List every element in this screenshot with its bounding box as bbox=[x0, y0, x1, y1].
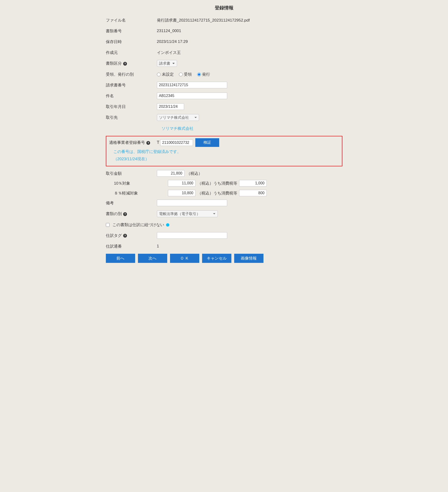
help-icon[interactable]: ? bbox=[123, 234, 127, 237]
tax-incl-etc-label-2: （税込）うち消費税等 bbox=[197, 190, 237, 196]
invoice-number-label: 請求書番号 bbox=[106, 82, 157, 88]
amount-label: 取引金額 bbox=[106, 171, 157, 176]
notes-label: 備考 bbox=[106, 200, 157, 206]
radio-unset[interactable] bbox=[157, 73, 161, 76]
transaction-date-input[interactable] bbox=[157, 103, 184, 110]
doc-number-label: 書類番号 bbox=[106, 28, 157, 34]
client-link[interactable]: ソリマチ株式会社 bbox=[162, 126, 193, 131]
notes-input[interactable] bbox=[157, 200, 227, 206]
no-link-label[interactable]: この書類は仕訳に紐づけない bbox=[106, 222, 169, 227]
doc-number-value: 231124_0001 bbox=[157, 29, 342, 33]
amount-total-input[interactable] bbox=[157, 170, 184, 177]
page-title: 登録情報 bbox=[106, 5, 342, 11]
tag-input[interactable] bbox=[157, 232, 227, 239]
reg-number-input[interactable] bbox=[160, 139, 193, 146]
doc-type-label: 書類区分 ? bbox=[106, 61, 157, 66]
radio-unset-label[interactable]: 未設定 bbox=[157, 72, 174, 77]
subject-input[interactable] bbox=[157, 92, 227, 99]
blue-dot-icon bbox=[166, 223, 169, 226]
doc-category-label: 書類の別 ? bbox=[106, 211, 157, 216]
amount-8-input[interactable] bbox=[168, 190, 195, 196]
tax-incl-etc-label-1: （税込）うち消費税等 bbox=[197, 181, 237, 186]
image-info-button[interactable]: 画像情報 bbox=[234, 254, 264, 263]
reg-number-highlight-box: 適格事業者登録番号 ? T 検証 この番号は、国税庁に登録済みです。 （2023… bbox=[106, 136, 342, 166]
tax-10-input[interactable] bbox=[239, 180, 267, 186]
help-icon[interactable]: ? bbox=[123, 212, 127, 216]
t-prefix: T bbox=[157, 140, 160, 145]
tag-label: 仕訳タグ ? bbox=[106, 233, 157, 238]
prev-button[interactable]: 前へ bbox=[106, 254, 135, 263]
next-button[interactable]: 次へ bbox=[138, 254, 167, 263]
reg-status-text: この番号は、国税庁に登録済みです。 （2023/11/24現在） bbox=[113, 148, 339, 163]
saved-at-label: 保存日時 bbox=[106, 39, 157, 44]
created-by-label: 作成元 bbox=[106, 50, 157, 55]
ok-button[interactable]: Ｏ Ｋ bbox=[170, 254, 199, 263]
radio-issue-label[interactable]: 発行 bbox=[197, 72, 210, 77]
client-select[interactable]: ソリマチ株式会社 bbox=[157, 114, 199, 121]
seq-value: 1 bbox=[157, 244, 342, 249]
doc-type-select[interactable]: 請求書 bbox=[157, 60, 177, 67]
filename-value: 発行請求書_20231124172715_20231124172952.pdf bbox=[157, 18, 342, 23]
receipt-issue-label: 受領、発行の別 bbox=[106, 72, 157, 77]
tax-8-input[interactable] bbox=[239, 190, 267, 196]
cancel-button[interactable]: キャンセル bbox=[202, 254, 231, 263]
seq-label: 仕訳通番 bbox=[106, 244, 157, 249]
radio-receive[interactable] bbox=[179, 73, 183, 76]
invoice-number-input[interactable] bbox=[157, 82, 227, 88]
tax-incl-label: （税込） bbox=[186, 171, 202, 176]
ten-percent-label: 10％対象 bbox=[106, 181, 168, 186]
radio-receive-label[interactable]: 受領 bbox=[179, 72, 192, 77]
help-icon[interactable]: ? bbox=[146, 141, 150, 145]
saved-at-value: 2023/11/24 17:29 bbox=[157, 39, 342, 44]
verify-button[interactable]: 検証 bbox=[195, 138, 219, 147]
created-by-value: インボイス王 bbox=[157, 50, 342, 55]
help-icon[interactable]: ? bbox=[123, 62, 127, 66]
eight-percent-label: ８％軽減対象 bbox=[106, 190, 168, 196]
no-link-checkbox[interactable] bbox=[106, 223, 110, 227]
reg-number-label: 適格事業者登録番号 ? bbox=[109, 140, 157, 145]
filename-label: ファイル名 bbox=[106, 18, 157, 23]
doc-category-select[interactable]: 電帳法準拠（電子取引） bbox=[157, 210, 218, 217]
radio-issue[interactable] bbox=[197, 73, 201, 76]
transaction-date-label: 取引年月日 bbox=[106, 104, 157, 109]
subject-label: 件名 bbox=[106, 93, 157, 99]
client-label: 取引先 bbox=[106, 115, 157, 120]
amount-10-input[interactable] bbox=[168, 180, 195, 186]
